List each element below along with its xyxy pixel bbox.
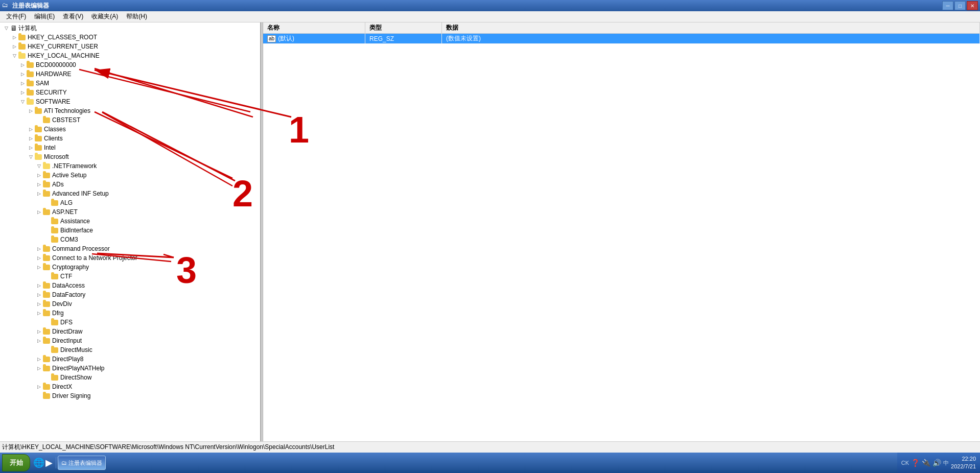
tree-item-directinput[interactable]: ▷ DirectInput — [0, 336, 260, 345]
tree-item-security[interactable]: ▷ SECURITY — [0, 88, 260, 97]
tree-item-hkey-current-user[interactable]: ▷ HKEY_CURRENT_USER — [0, 42, 260, 51]
tree-toggle-computer[interactable]: ▽ — [2, 24, 10, 32]
tree-item-advanced-inf-setup[interactable]: ▷ Advanced INF Setup — [0, 189, 260, 198]
tree-toggle-hkey-current-user[interactable]: ▷ — [10, 42, 18, 51]
tree-toggle-intel[interactable]: ▷ — [27, 144, 35, 152]
tree-item-directplay8[interactable]: ▷ DirectPlay8 — [0, 354, 260, 364]
tree-item-directshow[interactable]: DirectShow — [0, 373, 260, 382]
tree-toggle-cbstest — [35, 116, 43, 124]
ie-icon[interactable]: 🌐 — [33, 457, 44, 468]
tree-item-hkey-classes-root[interactable]: ▷ HKEY_CLASSES_ROOT — [0, 33, 260, 42]
tree-item-driver-signing[interactable]: Driver Signing — [0, 391, 260, 400]
data-body[interactable]: ab (默认) REG_SZ (数值未设置) — [263, 34, 980, 441]
tree-item-dfs[interactable]: DFS — [0, 318, 260, 327]
tree-item-com3[interactable]: COM3 — [0, 235, 260, 244]
tree-item-computer[interactable]: ▽ 🖥 计算机 — [0, 23, 260, 33]
tree-item-dfrg[interactable]: ▷ Dfrg — [0, 309, 260, 318]
minimize-button[interactable]: ─ — [942, 1, 953, 10]
tree-item-dataaccess[interactable]: ▷ DataAccess — [0, 281, 260, 290]
folder-icon-open — [27, 98, 35, 105]
tree-toggle-command-processor[interactable]: ▷ — [35, 245, 43, 253]
tree-item-microsoft[interactable]: ▽ Microsoft — [0, 152, 260, 161]
tree-item-ati[interactable]: ▷ ATI Technologies — [0, 106, 260, 115]
tree-label-directinput: DirectInput — [52, 337, 82, 344]
tree-item-clients[interactable]: ▷ Clients — [0, 134, 260, 143]
tree-item-ads[interactable]: ▷ ADs — [0, 180, 260, 189]
tree-label-classes: Classes — [44, 126, 66, 133]
tray-lang-icon[interactable]: 中 — [943, 459, 949, 467]
tree-toggle-connect-projector[interactable]: ▷ — [35, 254, 43, 262]
data-row-default[interactable]: ab (默认) REG_SZ (数值未设置) — [263, 34, 980, 44]
tree-toggle-directplay8[interactable]: ▷ — [35, 355, 43, 363]
menu-view[interactable]: 查看(V) — [59, 11, 87, 22]
tree-toggle-directplaynathelp[interactable]: ▷ — [35, 364, 43, 372]
tree-toggle-sam[interactable]: ▷ — [18, 79, 27, 87]
tree-scroll[interactable]: ▽ 🖥 计算机 ▷ HKEY_CLASSES_ROOT ▷ HKEY_CURR — [0, 22, 260, 441]
tree-toggle-cryptography[interactable]: ▷ — [35, 263, 43, 271]
tree-toggle-advanced-inf[interactable]: ▷ — [35, 190, 43, 198]
tray-clock[interactable]: 22:20 2022/7/21 — [951, 455, 976, 471]
tree-toggle-directdraw[interactable]: ▷ — [35, 327, 43, 336]
close-button[interactable]: ✕ — [967, 1, 978, 10]
tree-toggle-directinput[interactable]: ▷ — [35, 337, 43, 345]
tree-toggle-classes[interactable]: ▷ — [27, 125, 35, 133]
tree-item-hkey-local-machine[interactable]: ▽ HKEY_LOCAL_MACHINE — [0, 51, 260, 60]
menu-help[interactable]: 帮助(H) — [122, 11, 151, 22]
tree-toggle-devdiv[interactable]: ▷ — [35, 300, 43, 308]
tree-item-command-processor[interactable]: ▷ Command Processor — [0, 244, 260, 253]
tree-item-software[interactable]: ▽ SOFTWARE — [0, 97, 260, 106]
data-panel: 名称 类型 数据 ab (默认) REG_SZ (数值未设置) — [263, 22, 980, 441]
menu-file[interactable]: 文件(F) — [2, 11, 30, 22]
tree-toggle-security[interactable]: ▷ — [18, 88, 27, 97]
tree-toggle-hkey-local-machine[interactable]: ▽ — [10, 52, 18, 60]
tree-item-datafactory[interactable]: ▷ DataFactory — [0, 290, 260, 299]
tray-network-icon[interactable]: 🔌 — [922, 459, 930, 467]
tree-toggle-datafactory[interactable]: ▷ — [35, 291, 43, 299]
tree-item-ctf[interactable]: CTF — [0, 272, 260, 281]
tree-item-cryptography[interactable]: ▷ Cryptography — [0, 263, 260, 272]
tree-toggle-dfrg[interactable]: ▷ — [35, 309, 43, 317]
tree-item-assistance[interactable]: Assistance — [0, 217, 260, 226]
tree-item-cbstest[interactable]: CBSTEST — [0, 115, 260, 125]
tree-toggle-bcd[interactable]: ▷ — [18, 61, 27, 69]
tree-toggle-ads[interactable]: ▷ — [35, 180, 43, 188]
start-button[interactable]: 开始 — [2, 454, 30, 471]
tree-item-intel[interactable]: ▷ Intel — [0, 143, 260, 152]
tray-help-icon[interactable]: ❓ — [911, 459, 920, 467]
tree-item-asp-net[interactable]: ▷ ASP.NET — [0, 207, 260, 217]
tree-item-alg[interactable]: ALG — [0, 198, 260, 207]
tree-item-hardware[interactable]: ▷ HARDWARE — [0, 69, 260, 79]
menu-edit[interactable]: 编辑(E) — [30, 11, 59, 22]
tree-item-bidinterface[interactable]: BidInterface — [0, 226, 260, 235]
folder-icon — [51, 374, 59, 381]
maximize-button[interactable]: □ — [954, 1, 966, 10]
tree-item-directx[interactable]: ▷ DirectX — [0, 382, 260, 391]
media-player-icon[interactable]: ▶ — [45, 457, 53, 468]
tree-toggle-dataaccess[interactable]: ▷ — [35, 281, 43, 290]
tree-item-directmusic[interactable]: DirectMusic — [0, 345, 260, 354]
tree-toggle-software[interactable]: ▽ — [18, 98, 27, 106]
tree-toggle-microsoft[interactable]: ▽ — [27, 153, 35, 161]
tree-item-netframework[interactable]: ▽ .NETFramework — [0, 161, 260, 171]
tree-item-directplaynathelp[interactable]: ▷ DirectPlayNATHelp — [0, 364, 260, 373]
tree-item-sam[interactable]: ▷ SAM — [0, 79, 260, 88]
tree-toggle-clients[interactable]: ▷ — [27, 134, 35, 143]
tree-toggle-hkey-classes-root[interactable]: ▷ — [10, 33, 18, 41]
folder-icon — [27, 61, 35, 68]
tree-item-active-setup[interactable]: ▷ Active Setup — [0, 171, 260, 180]
tree-item-classes[interactable]: ▷ Classes — [0, 125, 260, 134]
tree-item-devdiv[interactable]: ▷ DevDiv — [0, 299, 260, 309]
tree-toggle-directx[interactable]: ▷ — [35, 383, 43, 391]
tree-toggle-hardware[interactable]: ▷ — [18, 70, 27, 78]
folder-icon — [51, 236, 59, 243]
tree-toggle-ati[interactable]: ▷ — [27, 107, 35, 115]
tree-item-bcd[interactable]: ▷ BCD00000000 — [0, 60, 260, 69]
taskbar-regedit-button[interactable]: 🗂 注册表编辑器 — [58, 456, 106, 470]
tree-item-directdraw[interactable]: ▷ DirectDraw — [0, 327, 260, 336]
tree-toggle-active-setup[interactable]: ▷ — [35, 171, 43, 179]
tray-volume-icon[interactable]: 🔊 — [932, 459, 941, 467]
tree-item-connect-network-projector[interactable]: ▷ Connect to a Network Projector — [0, 253, 260, 263]
tree-toggle-netframework[interactable]: ▽ — [35, 162, 43, 170]
tree-toggle-asp-net[interactable]: ▷ — [35, 208, 43, 216]
menu-favorites[interactable]: 收藏夹(A) — [87, 11, 122, 22]
